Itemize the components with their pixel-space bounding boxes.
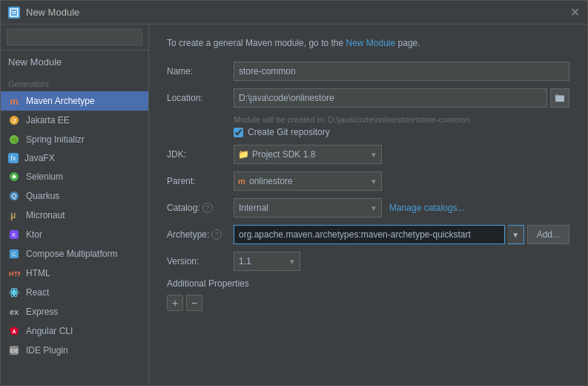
sidebar-item-label: Ktor bbox=[26, 229, 42, 240]
additional-properties-title: Additional Properties bbox=[167, 278, 569, 289]
sidebar-item-label: React bbox=[26, 287, 49, 298]
compose-icon: C bbox=[8, 248, 20, 260]
svg-text:🌿: 🌿 bbox=[10, 136, 18, 143]
catalog-label: Catalog: ? bbox=[167, 203, 234, 213]
name-label: Name: bbox=[167, 66, 234, 76]
selenium-icon bbox=[8, 171, 20, 183]
svg-text:A: A bbox=[12, 329, 16, 334]
ktor-icon: K bbox=[8, 229, 20, 241]
content-area: New Module Generators m Maven Archetype … bbox=[1, 24, 587, 385]
catalog-select-wrapper: Internal Maven Central Local ▼ bbox=[234, 198, 382, 217]
add-property-button[interactable]: + bbox=[167, 295, 183, 311]
sidebar-item-label: Spring Initializr bbox=[26, 134, 85, 145]
sidebar-item-javafx[interactable]: fx JavaFX bbox=[1, 149, 148, 167]
property-buttons: + − bbox=[167, 295, 569, 311]
svg-text:HTML: HTML bbox=[9, 270, 20, 278]
git-checkbox[interactable] bbox=[234, 128, 243, 137]
name-input[interactable] bbox=[234, 62, 569, 81]
sidebar-item-label: Micronaut bbox=[26, 210, 65, 220]
name-row: Name: bbox=[167, 62, 569, 81]
info-text-after: page. bbox=[398, 38, 420, 48]
sidebar-item-spring-initializr[interactable]: 🌿 Spring Initializr bbox=[1, 130, 148, 149]
maven-icon: m bbox=[8, 95, 20, 107]
svg-text:IDE: IDE bbox=[10, 348, 19, 353]
search-input[interactable] bbox=[7, 29, 142, 45]
sidebar-new-module[interactable]: New Module bbox=[1, 50, 148, 73]
svg-rect-24 bbox=[555, 96, 564, 102]
catalog-help-icon[interactable]: ? bbox=[202, 203, 213, 213]
location-row: Location: bbox=[167, 88, 569, 108]
sidebar-item-label: Maven Archetype bbox=[26, 96, 95, 106]
info-text-before: To create a general Maven module, go to … bbox=[167, 38, 343, 48]
sidebar-item-label: Selenium bbox=[26, 171, 63, 182]
sidebar-item-html[interactable]: HTML HTML bbox=[1, 264, 148, 283]
archetype-row: Archetype: ? ▼ Add... bbox=[167, 225, 569, 244]
version-select[interactable]: 1.1 1.0 1.4 bbox=[234, 252, 300, 271]
javafx-icon: fx bbox=[8, 153, 19, 163]
new-module-window: New Module ✕ New Module Generators m Mav… bbox=[0, 0, 588, 386]
sidebar-item-quarkus[interactable]: Q Quarkus bbox=[1, 186, 148, 206]
manage-catalogs-link[interactable]: Manage catalogs... bbox=[389, 203, 464, 213]
archetype-input[interactable] bbox=[234, 225, 505, 244]
sidebar-item-selenium[interactable]: Selenium bbox=[1, 167, 148, 186]
git-label: Create Git repository bbox=[248, 127, 330, 137]
remove-property-button[interactable]: − bbox=[186, 295, 202, 311]
micronaut-icon: μ bbox=[8, 209, 20, 221]
sidebar-item-react[interactable]: React bbox=[1, 283, 148, 302]
quarkus-icon: Q bbox=[8, 190, 20, 202]
location-input[interactable] bbox=[234, 88, 547, 108]
title-bar-left: New Module bbox=[8, 7, 79, 19]
catalog-label-help: Catalog: ? bbox=[167, 203, 226, 213]
angular-icon: A bbox=[8, 325, 20, 337]
new-module-link[interactable]: New Module bbox=[346, 38, 396, 48]
svg-rect-0 bbox=[10, 9, 18, 16]
catalog-row: Catalog: ? Internal Maven Central Local … bbox=[167, 198, 569, 217]
folder-icon bbox=[555, 93, 565, 103]
sidebar: New Module Generators m Maven Archetype … bbox=[1, 24, 149, 385]
archetype-label-help: Archetype: ? bbox=[167, 229, 226, 240]
new-module-label: New Module bbox=[8, 56, 62, 68]
sidebar-item-ktor[interactable]: K Ktor bbox=[1, 225, 148, 244]
sidebar-item-maven-archetype[interactable]: m Maven Archetype bbox=[1, 91, 148, 111]
search-bar bbox=[1, 24, 148, 50]
svg-text:K: K bbox=[12, 232, 16, 238]
sidebar-item-label: Compose Multiplatform bbox=[26, 249, 117, 259]
svg-text:J: J bbox=[13, 117, 16, 124]
location-label: Location: bbox=[167, 93, 234, 103]
parent-label: Parent: bbox=[167, 176, 234, 186]
sidebar-item-micronaut[interactable]: μ Micronaut bbox=[1, 206, 148, 225]
sidebar-item-compose-multiplatform[interactable]: C Compose Multiplatform bbox=[1, 244, 148, 264]
sidebar-item-label: JavaFX bbox=[24, 153, 55, 163]
additional-properties-section: Additional Properties + − bbox=[167, 278, 569, 311]
parent-select-wrapper: m onlinestore <none> ▼ bbox=[234, 171, 382, 191]
sidebar-item-angular-cli[interactable]: A Angular CLI bbox=[1, 321, 148, 341]
sidebar-item-express[interactable]: ex Express bbox=[1, 302, 148, 321]
archetype-dropdown-button[interactable]: ▼ bbox=[508, 225, 524, 244]
html-icon: HTML bbox=[8, 267, 20, 279]
react-icon bbox=[8, 287, 20, 298]
add-button[interactable]: Add... bbox=[527, 225, 569, 244]
git-checkbox-row: Create Git repository bbox=[234, 127, 569, 137]
jdk-select-wrapper: 📁 Project SDK 1.8 1.8 11 17 ▼ bbox=[234, 145, 382, 164]
sidebar-item-label: Express bbox=[26, 307, 58, 317]
svg-text:Q: Q bbox=[11, 192, 16, 200]
close-button[interactable]: ✕ bbox=[570, 7, 580, 19]
svg-text:μ: μ bbox=[10, 210, 16, 220]
sidebar-item-jakarta-ee[interactable]: J Jakarta EE bbox=[1, 111, 148, 130]
jakarta-icon: J bbox=[8, 114, 20, 126]
archetype-help-icon[interactable]: ? bbox=[211, 229, 222, 240]
svg-rect-2 bbox=[12, 13, 16, 13]
browse-button[interactable] bbox=[550, 88, 569, 108]
sidebar-item-label: Jakarta EE bbox=[26, 115, 70, 125]
window-title: New Module bbox=[26, 7, 79, 18]
generators-heading: Generators bbox=[1, 73, 148, 91]
svg-text:C: C bbox=[12, 251, 16, 258]
parent-row: Parent: m onlinestore <none> ▼ bbox=[167, 171, 569, 191]
jdk-select[interactable]: Project SDK 1.8 1.8 11 17 bbox=[234, 145, 382, 164]
catalog-select[interactable]: Internal Maven Central Local bbox=[234, 198, 382, 217]
sidebar-item-ide-plugin[interactable]: IDE IDE Plugin bbox=[1, 341, 148, 360]
jdk-label: JDK: bbox=[167, 149, 234, 160]
svg-rect-1 bbox=[12, 11, 16, 12]
version-select-wrapper: 1.1 1.0 1.4 ▼ bbox=[234, 252, 300, 271]
parent-select[interactable]: onlinestore <none> bbox=[234, 171, 382, 191]
